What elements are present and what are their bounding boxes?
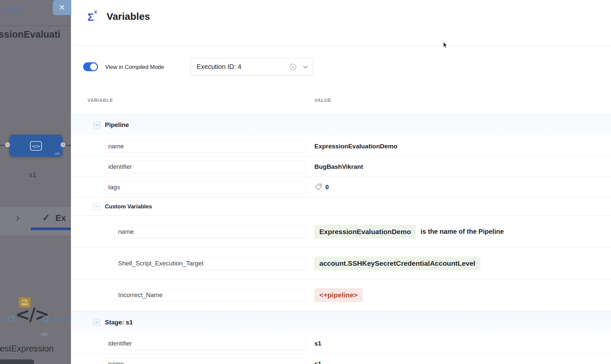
variable-value-cell: ExpressionEvaluationDemois the name of t… <box>314 225 504 239</box>
variable-name-cell: identifier <box>104 161 306 173</box>
value-suffix-text: is the name of the Pipeline <box>421 228 504 235</box>
section-title: Stage: s1 <box>105 319 133 326</box>
section-header-pipeline[interactable]: −Pipeline <box>71 114 611 136</box>
step-type-code-icon: </> <box>41 332 48 337</box>
variable-name-cell: name <box>104 358 306 364</box>
variable-row-identifier: identifiers1 <box>71 333 611 354</box>
pipeline-title-partial: ssionEvaluati <box>0 29 60 40</box>
step-connector-line-left <box>0 319 8 320</box>
step-port-right <box>42 316 49 322</box>
execution-id-select[interactable]: Execution ID: 4 <box>190 58 313 76</box>
value-text: 0 <box>325 184 329 191</box>
variable-row-shell-script-execution-target: Shell_Script_Execution_Targetaccount.SSH… <box>71 248 611 279</box>
collapse-icon[interactable]: − <box>93 319 100 326</box>
toolbar-divider <box>0 25 71 26</box>
column-header-variable: VARIABLE <box>87 98 113 103</box>
execution-tab-label-partial: Ex <box>55 213 66 223</box>
collapse-icon[interactable]: − <box>93 203 100 210</box>
variable-name-cell: name <box>114 226 306 238</box>
node-port-right <box>61 142 65 147</box>
close-drawer-button[interactable]: ✕ <box>53 0 71 15</box>
clear-selection-icon[interactable] <box>289 63 297 71</box>
node-connector-line-right <box>65 145 71 146</box>
section-title: Custom Variables <box>105 203 152 210</box>
variable-row-name: names1 <box>71 354 611 364</box>
section-title: Pipeline <box>105 121 129 129</box>
variable-name-cell: Incorrect_Name <box>114 289 306 301</box>
node-connector-line-left <box>0 145 5 146</box>
stage-node-label: s1 <box>29 171 36 179</box>
value-text: ExpressionEvaluationDemo <box>314 143 397 150</box>
value-text: BugBashVikrant <box>314 163 363 170</box>
value-text: s1 <box>314 360 321 364</box>
step-label: testExpression <box>0 344 54 354</box>
custom-stage-icon: </> <box>29 138 43 153</box>
variable-value-cell: s1 <box>314 340 321 347</box>
compiled-mode-label: View in Compiled Mode <box>105 64 164 71</box>
variable-value-cell: ExpressionEvaluationDemo <box>314 143 397 150</box>
node-port-left <box>5 142 10 147</box>
step-connector-line-right <box>49 319 71 320</box>
success-check-icon: ✓ <box>42 212 50 223</box>
variable-value-cell: s1 <box>314 360 321 364</box>
column-header-value: VALUE <box>314 98 331 103</box>
stage-node-s1: </> </> <box>9 135 63 157</box>
section-header-custom-variables[interactable]: −Custom Variables <box>71 197 611 216</box>
active-tab-underline <box>31 228 71 230</box>
variable-name-cell: Shell_Script_Execution_Target <box>114 257 306 270</box>
screenshot-root: elines › ssionEvaluati </> </> s1 › ✓ Ex <box>0 0 611 364</box>
svg-text:</>: </> <box>32 144 41 149</box>
variable-row-name: nameExpressionEvaluationDemois the name … <box>71 216 611 248</box>
variable-name-cell: identifier <box>104 337 306 350</box>
toggle-knob <box>90 63 97 70</box>
variable-value-cell: BugBashVikrant <box>314 163 363 170</box>
canvas-corner-control <box>0 359 34 364</box>
variable-name-cell: tags <box>104 181 306 194</box>
section-header-stage-s1[interactable]: −Stage: s1 <box>71 311 611 333</box>
execution-id-value: Execution ID: 4 <box>197 63 289 71</box>
variable-row-tags: tags0 <box>71 177 611 197</box>
sigma-variables-icon: Σx <box>87 12 97 22</box>
chevron-down-icon[interactable] <box>303 65 308 69</box>
tag-icon <box>314 183 323 191</box>
step-port-left <box>8 316 15 322</box>
close-icon: ✕ <box>59 3 65 12</box>
variable-row-name: nameExpressionEvaluationDemo <box>71 136 611 157</box>
header-divider <box>71 46 611 46</box>
node-type-code-icon: </> <box>55 152 60 156</box>
variable-value-cell: 0 <box>314 183 329 191</box>
breadcrumb: elines › <box>3 6 25 14</box>
mouse-cursor <box>443 42 448 49</box>
value-chip: ExpressionEvaluationDemo <box>314 225 416 239</box>
value-text: s1 <box>314 340 321 347</box>
expand-chevron-icon: › <box>16 211 19 224</box>
compiled-mode-toggle[interactable] <box>83 62 98 71</box>
variables-drawer: Σx Variables View in Compiled Mode Execu… <box>71 0 611 364</box>
drawer-title: Variables <box>107 11 150 22</box>
collapse-icon[interactable]: − <box>93 122 100 129</box>
variable-row-incorrect-name: Incorrect_Name<+pipeline> <box>71 279 611 311</box>
variable-value-cell: <+pipeline> <box>314 288 363 302</box>
value-chip: account.SSHKeySecretCredentialAccountLev… <box>314 257 480 270</box>
variables-table: −PipelinenameExpressionEvaluationDemoide… <box>71 114 611 364</box>
value-chip: <+pipeline> <box>314 288 363 302</box>
pipeline-canvas-background: elines › ssionEvaluati </> </> s1 › ✓ Ex <box>0 0 71 364</box>
variable-row-identifier: identifierBugBashVikrant <box>71 157 611 177</box>
variable-value-cell: account.SSHKeySecretCredentialAccountLev… <box>314 257 480 270</box>
variable-name-cell: name <box>104 140 306 153</box>
